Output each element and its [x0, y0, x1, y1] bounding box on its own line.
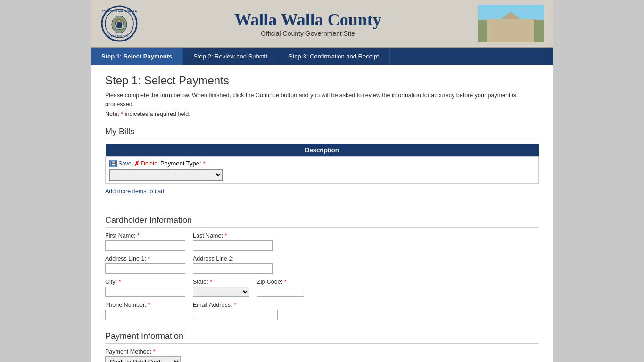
address2-group: Address Line 2: — [193, 255, 273, 274]
delete-icon: ✗ — [134, 160, 140, 167]
payment-type-select[interactable]: Option 1 Option 2 — [109, 169, 223, 181]
state-group: State: * WA OR CA ID — [193, 279, 249, 297]
bills-row-cell: 💾 Save ✗ Delete Payment Type: * — [106, 156, 539, 183]
payment-method-group: Payment Method: * Credit or Debit Card C… — [105, 348, 539, 362]
county-title: Walla Walla County — [138, 10, 478, 30]
table-row: 💾 Save ✗ Delete Payment Type: * — [106, 156, 539, 183]
svg-text:COUNTY OF WALLA WALLA: COUNTY OF WALLA WALLA — [102, 10, 137, 13]
payment-method-label: Payment Method: * — [105, 348, 539, 355]
address1-input[interactable] — [105, 263, 185, 274]
address1-group: Address Line 1: * — [105, 255, 185, 274]
my-bills-title: My Bills — [105, 127, 539, 139]
cardholder-title: Cardholder Information — [105, 215, 539, 228]
city-label: City: * — [105, 279, 185, 285]
email-input[interactable] — [193, 310, 278, 320]
cardholder-section: Cardholder Information First Name: * Las… — [105, 215, 539, 320]
payment-info-title: Payment Information — [105, 331, 539, 344]
phone-group: Phone Number: * — [105, 302, 185, 320]
last-name-group: Last Name: * — [193, 232, 273, 251]
zip-label: Zip Code: * — [257, 279, 304, 285]
intro-note: Note: * indicates a required field. — [105, 111, 539, 117]
payment-method-select[interactable]: Credit or Debit Card Check — [105, 356, 181, 362]
nav-tabs: Step 1: Select Payments Step 2: Review a… — [91, 48, 553, 65]
email-label: Email Address: * — [193, 302, 278, 308]
tab-step3[interactable]: Step 3: Confirmation and Receipt — [278, 48, 390, 65]
header: COUNTY OF WALLA WALLA STATE OF WASHINGTO… — [91, 0, 553, 48]
zip-group: Zip Code: * — [257, 279, 304, 297]
first-name-input[interactable] — [105, 240, 185, 251]
payment-type-label: Payment Type: * — [160, 160, 205, 167]
svg-point-5 — [116, 19, 118, 22]
state-select[interactable]: WA OR CA ID — [193, 287, 249, 297]
description-header: Description — [106, 144, 539, 157]
first-name-label: First Name: * — [105, 232, 185, 239]
zip-input[interactable] — [257, 287, 304, 297]
city-state-zip-row: City: * State: * WA OR CA ID — [105, 279, 539, 297]
title-area: Walla Walla County Official County Gover… — [138, 10, 478, 37]
phone-email-row: Phone Number: * Email Address: * — [105, 302, 539, 320]
first-name-group: First Name: * — [105, 232, 185, 251]
county-seal: COUNTY OF WALLA WALLA STATE OF WASHINGTO… — [100, 5, 138, 42]
courthouse-image — [478, 5, 544, 42]
delete-button[interactable]: ✗ Delete — [134, 160, 157, 167]
address2-input[interactable] — [193, 263, 273, 274]
last-name-input[interactable] — [193, 240, 273, 251]
state-label: State: * — [193, 279, 249, 285]
save-icon: 💾 — [109, 160, 117, 167]
phone-label: Phone Number: * — [105, 302, 185, 308]
last-name-label: Last Name: * — [193, 232, 273, 239]
save-button[interactable]: 💾 Save — [109, 160, 131, 167]
main-content: Step 1: Select Payments Please complete … — [91, 65, 553, 362]
my-bills-section: My Bills Description 💾 Save — [105, 127, 539, 204]
address1-label: Address Line 1: * — [105, 255, 185, 262]
phone-input[interactable] — [105, 310, 185, 320]
bills-table: Description 💾 Save ✗ Delete — [105, 144, 539, 184]
address2-label: Address Line 2: — [193, 255, 273, 262]
svg-point-6 — [120, 19, 123, 22]
logo-area: COUNTY OF WALLA WALLA STATE OF WASHINGTO… — [100, 5, 138, 42]
svg-text:STATE OF WASHINGTON: STATE OF WASHINGTON — [105, 34, 133, 37]
email-group: Email Address: * — [193, 302, 278, 320]
add-items-link[interactable]: Add more items to cart — [105, 188, 165, 195]
county-subtitle: Official County Government Site — [138, 30, 478, 37]
payment-info-section: Payment Information Payment Method: * Cr… — [105, 331, 539, 362]
address-row: Address Line 1: * Address Line 2: — [105, 255, 539, 274]
page-title: Step 1: Select Payments — [105, 74, 539, 87]
name-row: First Name: * Last Name: * — [105, 232, 539, 251]
payment-type-row: Option 1 Option 2 — [109, 169, 535, 181]
city-input[interactable] — [105, 287, 185, 297]
intro-text: Please complete the form below. When fin… — [105, 91, 539, 109]
tab-step1[interactable]: Step 1: Select Payments — [91, 48, 183, 65]
tab-step2[interactable]: Step 2: Review and Submit — [183, 48, 278, 65]
city-group: City: * — [105, 279, 185, 297]
row-actions: 💾 Save ✗ Delete Payment Type: * — [109, 160, 535, 167]
